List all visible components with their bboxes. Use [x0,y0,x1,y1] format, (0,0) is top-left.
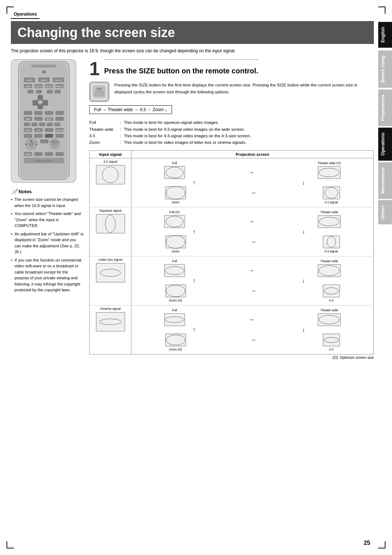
note-item-3: An adjustment bar of "Up/down shift" is … [11,231,83,255]
sidebar-tab-english[interactable]: English [378,22,392,48]
proj-zoom-2: Zoom [165,235,187,253]
mode-colon-full: : [120,119,121,126]
svg-rect-101 [166,285,186,297]
notes-list: The screen size cannot be changed when t… [11,197,83,293]
svg-text:◄: ◄ [25,143,27,145]
proj-43sig-2: 4:3 signal [322,235,340,253]
mode-desc-43: This mode is best for 4:3-signal video i… [124,133,251,139]
signal-label-3: Letter box signal [98,258,122,262]
mode-name-theater: Theater wide [89,126,118,133]
svg-rect-50 [34,134,42,138]
corner-mark-tr [378,7,385,14]
arrow-right-1: → [248,166,254,179]
screen-full-1 [164,166,185,179]
svg-rect-49 [24,134,32,138]
svg-rect-66 [56,152,64,156]
proj-cell-2: Full (O) → Theater wide [131,207,373,256]
svg-rect-93 [323,236,340,248]
screen-full-2 [164,215,185,228]
note-item-1: The screen size cannot be changed when t… [11,197,83,208]
signal-screen-1 [95,164,126,185]
svg-text:SIZE: SIZE [37,130,40,131]
sidebar-tab-before-using[interactable]: Before Using [378,50,392,88]
svg-rect-59 [40,139,48,143]
step-header: 1 Press the SIZE button on the remote co… [89,59,374,78]
header-input: Input signal [90,151,131,158]
svg-text:MODE: MODE [25,130,30,131]
svg-text:ZOOM CONTROL: ZOOM CONTROL [35,160,53,162]
input-cell-4: Cinema signal [90,305,131,354]
proj-43sig-1: 4:3 signal [322,186,340,204]
mode-43: 4:3 : This mode is best for 4:3-signal v… [89,133,374,139]
table-row-2: Squeeze signal Full (O) [90,207,373,256]
svg-rect-41 [54,123,60,126]
mode-colon-43: : [120,133,121,139]
svg-rect-38 [32,123,37,126]
page-title: Changing the screen size [11,21,374,44]
sidebar-tab-operations[interactable]: Operations [378,127,392,161]
svg-text:OK: OK [38,101,42,104]
svg-text:VIDEO: VIDEO [25,85,31,88]
arrow-left-4: ← [252,333,257,343]
projection-table: Input signal Projection screen 4:3 signa… [89,150,374,355]
svg-rect-87 [164,215,185,228]
screen-full-4 [164,313,185,327]
proj-zoom-3: Zoom (O) [165,284,187,302]
arrow-left-2: ← [252,235,257,245]
svg-rect-20 [47,90,53,93]
sidebar-tab-maintenance[interactable]: Maintenance [378,162,392,199]
svg-rect-74 [95,91,103,96]
main-content: Operations Changing the screen size The … [11,7,374,548]
size-button-svg: SIZE [89,82,109,101]
screen-theater-2 [317,215,341,228]
table-row-1: 4:3 signal Full [90,158,373,207]
dotted-separator [104,59,258,60]
optimum-note: (O): Optimum screen size [89,356,374,360]
svg-rect-113 [323,334,340,346]
svg-rect-44 [45,128,53,132]
mode-zoom: Zoom : This mode is best for video image… [89,139,374,146]
table-row-4: Cinema signal Full [90,305,373,354]
remote-control-svg: LIGHT INPUT SETUP VIDEO FOCUS RESIZE ASP… [11,60,76,183]
step-number: 1 [89,59,100,78]
svg-rect-29 [56,111,64,115]
mode-full: Full : This mode is best for squeeze-sig… [89,119,374,126]
svg-rect-75 [96,165,125,184]
proj-theater-2: Theater wide [317,210,341,228]
sidebar-tab-others[interactable]: Others [378,200,392,224]
content-area: LIGHT INPUT SETUP VIDEO FOCUS RESIZE ASP… [11,59,374,360]
svg-rect-28 [45,111,53,115]
svg-text:►: ► [36,143,38,145]
proj-cell-3: Full → Theater wide [131,256,373,305]
left-column: LIGHT INPUT SETUP VIDEO FOCUS RESIZE ASP… [11,59,83,360]
proj-full-2: Full (O) [164,210,185,228]
screen-43sig-1 [322,186,340,200]
proj-zoom-4: Zoom (O) [165,333,187,351]
screen-4-3 [322,284,340,298]
remote-control-image: LIGHT INPUT SETUP VIDEO FOCUS RESIZE ASP… [11,59,76,183]
svg-text:MODE: MODE [47,119,51,121]
table-header: Input signal Projection screen [90,151,373,158]
cycle-options: Full → Theater wide → 4:3 → Zoom ┐ [89,105,374,117]
screen-zoom-3 [165,284,187,298]
svg-rect-18 [28,90,33,93]
input-cell-1: 4:3 signal [90,158,131,207]
size-button-image: SIZE [89,82,109,102]
screen-full-3 [164,264,185,278]
step-title: Press the SIZE button on the remote cont… [104,64,258,75]
signal-label-2: Squeeze signal [99,209,122,212]
mode-name-zoom: Zoom [89,139,118,146]
notes-section: 📝 Notes The screen size cannot be change… [11,189,83,293]
svg-rect-99 [318,264,340,277]
svg-rect-33 [56,117,64,121]
arrow-right-2: → [248,215,254,228]
svg-text:LIGHT: LIGHT [26,79,33,81]
svg-rect-97 [164,264,185,277]
cycle-text: Full → Theater wide → 4:3 → Zoom ┐ [89,105,172,114]
svg-rect-105 [96,312,125,331]
svg-point-58 [29,141,34,146]
mode-colon-theater: : [120,126,121,133]
sidebar-tab-preparations[interactable]: Preparations [378,89,392,126]
svg-text:RESIZE: RESIZE [46,85,53,88]
signal-label-4: Cinema signal [100,307,121,311]
